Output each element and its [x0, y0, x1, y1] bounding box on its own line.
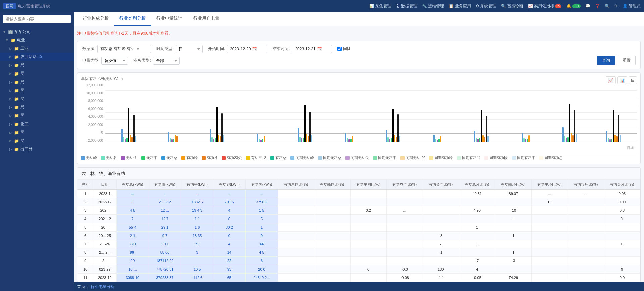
table-cell[interactable]: ...	[213, 190, 246, 198]
nav-item-sys[interactable]: ⚙ 系统管理	[476, 3, 496, 9]
tree-item-b9[interactable]: ▷ 📁 局	[0, 137, 74, 145]
table-cell[interactable]: 1 5	[246, 206, 278, 215]
table-cell[interactable]: 55 4	[116, 223, 149, 232]
end-date-picker[interactable]: 2023-12-31 📅	[292, 45, 332, 53]
tab-industry-type[interactable]: 行业类别分析	[114, 12, 151, 26]
table-cell[interactable]: 88 66	[149, 248, 181, 257]
table-cell[interactable]: 12 ...	[149, 206, 181, 215]
table-cell[interactable]: 9 7	[149, 232, 181, 240]
table-cell[interactable]: 21 17.2	[149, 198, 181, 206]
table-cell[interactable]: 20 0	[246, 265, 278, 274]
table-cell[interactable]: 0	[213, 232, 246, 240]
breadcrumb-current[interactable]: 行业电量分析	[91, 284, 115, 290]
table-cell[interactable]: 29 1	[149, 223, 181, 232]
breadcrumb-home[interactable]: 首页	[77, 284, 85, 290]
table-cell[interactable]: 7	[116, 215, 149, 223]
table-cell[interactable]: 44	[246, 240, 278, 248]
table-cell[interactable]: ...	[246, 190, 278, 198]
table-cell[interactable]: 12 7	[149, 215, 181, 223]
table-cell[interactable]: 379288.37	[149, 274, 181, 282]
table-cell[interactable]: -112 6	[181, 274, 213, 282]
table-cell[interactable]: 22	[213, 257, 246, 265]
table-cell[interactable]: 187112.99	[149, 257, 181, 265]
table-cell[interactable]: ...	[116, 190, 149, 198]
nav-item-ops[interactable]: 🔧 运维管理	[422, 3, 444, 9]
table-cell[interactable]: 3796 2	[246, 198, 278, 206]
table-cell[interactable]: ...	[149, 190, 181, 198]
electype-select[interactable]: 替换值原始值	[101, 57, 128, 65]
tree-item-b7[interactable]: ▷ 📁 局	[0, 111, 74, 120]
nav-item-metric[interactable]: 📈 实用化指标 25	[528, 3, 561, 9]
tab-industry-elec[interactable]: 行业电量统计	[151, 12, 188, 26]
table-cell[interactable]: 5	[246, 215, 278, 223]
table-cell[interactable]: 6	[246, 257, 278, 265]
table-cell[interactable]: 72	[181, 240, 213, 248]
table-cell[interactable]: 778720.81	[149, 265, 181, 274]
table-cell[interactable]: 1 1	[181, 215, 213, 223]
table-cell[interactable]: 18 35	[181, 232, 213, 240]
chart-line-btn[interactable]: 📈	[606, 76, 616, 84]
start-date-picker[interactable]: 2023-12-20 📅	[227, 45, 267, 53]
table-cell[interactable]: 19 4 3	[181, 206, 213, 215]
table-cell[interactable]: 70 15	[213, 198, 246, 206]
sidebar-search-input[interactable]	[3, 15, 71, 23]
tree-item-b6[interactable]: ▷ 📁 局	[0, 103, 74, 111]
compare-checkbox[interactable]	[337, 47, 342, 51]
nav-notifications[interactable]: 🔔 99+	[566, 4, 581, 8]
tree-item-export[interactable]: ▷ 📁 出日外	[0, 145, 74, 153]
table-cell[interactable]: 14	[213, 248, 246, 257]
table-cell[interactable]: 93	[213, 265, 246, 274]
table-cell[interactable]: 3088.10	[116, 274, 149, 282]
nav-chat[interactable]: 💬	[585, 4, 590, 8]
tree-item-b8[interactable]: ▷ 📁 局	[0, 128, 74, 137]
datasource-dropdown-icon[interactable]: ▼	[136, 47, 140, 51]
table-cell[interactable]: 80 2	[213, 223, 246, 232]
reset-button[interactable]: 重置	[618, 56, 636, 65]
table-cell[interactable]: 6	[213, 215, 246, 223]
table-cell[interactable]: 2 1	[116, 232, 149, 240]
nav-help[interactable]: ❓	[595, 4, 600, 8]
tree-item-b4[interactable]: ▷ 📁 局	[0, 86, 74, 95]
table-cell[interactable]: 24549.2...	[246, 274, 278, 282]
tab-industry-user[interactable]: 行业用户电量	[188, 12, 225, 26]
tree-item-b3[interactable]: ▷ 📁 局	[0, 78, 74, 86]
nav-item-biz[interactable]: 📋 业务应用	[449, 3, 471, 9]
tree-item-b2[interactable]: ▷ 📁 局	[0, 69, 74, 78]
tree-item-chem[interactable]: ▷ 📁 化工	[0, 120, 74, 128]
table-cell[interactable]: 65	[213, 274, 246, 282]
query-button[interactable]: 查询	[597, 56, 615, 65]
table-cell[interactable]: 10 5	[181, 265, 213, 274]
table-cell[interactable]: 10 ...	[116, 265, 149, 274]
table-cell[interactable]: 1 6	[181, 223, 213, 232]
table-cell[interactable]: 4	[213, 240, 246, 248]
table-cell[interactable]: 99	[116, 257, 149, 265]
nav-item-diag[interactable]: 🔍 智能诊断	[501, 3, 523, 9]
table-cell[interactable]: 3	[116, 198, 149, 206]
table-cell[interactable]: 9	[246, 232, 278, 240]
nav-item-data[interactable]: 🗄 数据管理	[396, 3, 417, 9]
nav-user[interactable]: 👤 管理员	[623, 3, 641, 9]
table-cell[interactable]: 2 17	[149, 240, 181, 248]
nav-send[interactable]: ✈	[614, 4, 618, 8]
table-cell[interactable]: 4 5	[246, 248, 278, 257]
tree-item-industry[interactable]: ▷ 📁 工业	[0, 44, 74, 53]
table-cell[interactable]: 3	[181, 248, 213, 257]
tab-industry-comp[interactable]: 行业构成分析	[77, 12, 114, 26]
tree-item-agri-active[interactable]: ▷ 📁 农业活动 岛	[0, 53, 74, 61]
tree-item-electric[interactable]: ▼ 📁 电业	[0, 36, 74, 44]
table-cell[interactable]: 270	[116, 240, 149, 248]
table-cell[interactable]: 96.	[116, 248, 149, 257]
table-cell[interactable]: 4	[213, 206, 246, 215]
chart-table-btn[interactable]: ⊞	[629, 76, 637, 84]
table-cell[interactable]: 4 6	[116, 206, 149, 215]
tree-item-b5[interactable]: ▷ 📁 局	[0, 95, 74, 103]
nav-search[interactable]: 🔍	[605, 4, 610, 8]
table-cell[interactable]: 1	[246, 223, 278, 232]
timetype-select[interactable]: 日月年	[176, 45, 203, 53]
table-cell[interactable]: ...	[181, 190, 213, 198]
nav-item-collect[interactable]: 📊 采集管理	[369, 3, 391, 9]
tree-item-b1[interactable]: ▷ 📁 局	[0, 61, 74, 69]
table-scroll[interactable]: 序号 日期 有功总(kWh) 有功峰(kWh) 有功平(kWh) 有功谷(kWh…	[77, 180, 640, 282]
tree-item-company[interactable]: ▼ 🏢 某某公司	[0, 28, 74, 36]
table-cell[interactable]	[181, 257, 213, 265]
